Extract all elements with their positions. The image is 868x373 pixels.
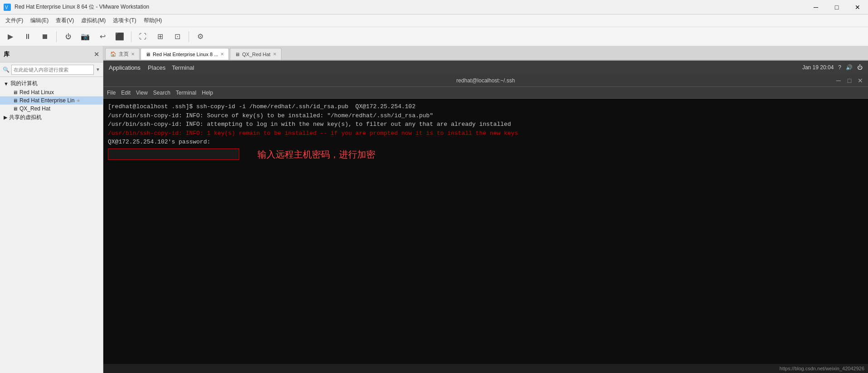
tree-item-my-computers[interactable]: ▼ 我的计算机 (0, 79, 103, 88)
terminal-titlebar: redhat@localhost:~/.ssh ─ □ ✕ (103, 74, 868, 87)
tree-item-shared-vms[interactable]: ▶ 共享的虚拟机 (0, 113, 103, 122)
vm-icon: 🖥 (13, 98, 18, 103)
close-button[interactable]: ✕ (847, 0, 868, 14)
tab-qx-icon: 🖥 (235, 52, 240, 57)
term-menu-help[interactable]: Help (202, 90, 213, 96)
term-menu-edit[interactable]: Edit (121, 90, 131, 96)
sidebar-search-bar: 🔍 ▼ (0, 62, 103, 77)
app-icon: V (3, 3, 12, 12)
vm-icon: 🖥 (13, 90, 18, 95)
tree-item-label: QX_Red Hat (19, 105, 50, 112)
gnome-terminal[interactable]: Terminal (172, 64, 194, 71)
volume-icon[interactable]: 🔊 (846, 64, 853, 71)
gnome-menu: Places Terminal (148, 64, 194, 71)
tab-home-icon: 🏠 (110, 51, 116, 57)
password-input-box[interactable] (108, 148, 239, 160)
pause-button[interactable]: ⏸ (20, 30, 35, 43)
terminal-line-2: /usr/bin/ssh-copy-id: INFO: attempting t… (108, 120, 863, 129)
sidebar-tree: ▼ 我的计算机 🖥 Red Hat Linux 🖥 Red Hat Enterp… (0, 77, 103, 373)
tab-home[interactable]: 🏠 主页 ✕ (105, 48, 140, 60)
term-menu-terminal[interactable]: Terminal (176, 90, 196, 96)
star-icon: ★ (76, 98, 81, 104)
search-arrow-icon[interactable]: ▼ (96, 67, 100, 72)
applications-button[interactable]: Applications (109, 64, 141, 71)
gnome-topbar-right: Jan 19 20:04 ? 🔊 ⏻ (802, 64, 863, 71)
tree-item-label: Red Hat Enterprise Lin (19, 97, 74, 104)
term-menu-file[interactable]: File (107, 90, 116, 96)
minimize-button[interactable]: ─ (805, 0, 826, 14)
sidebar-close-button[interactable]: ✕ (94, 51, 99, 58)
main-layout: 库 ✕ 🔍 ▼ ▼ 我的计算机 🖥 Red Hat Linux 🖥 Red Ha… (0, 46, 868, 373)
tab-redhat-enterprise[interactable]: 🖥 Red Hat Enterprise Linux 8 ... ✕ (141, 48, 229, 60)
unity-button[interactable]: ⊞ (152, 30, 168, 43)
gnome-places[interactable]: Places (148, 64, 165, 71)
tree-item-label: 共享的虚拟机 (9, 114, 42, 121)
terminal-window: redhat@localhost:~/.ssh ─ □ ✕ File Edit … (103, 74, 868, 364)
terminal-menubar: File Edit View Search Terminal Help (103, 87, 868, 99)
vm-icon: 🖥 (13, 106, 18, 111)
tree-expand-icon: ▶ (4, 115, 7, 120)
vm-footer: https://blog.csdn.net/weixin_42042926 (103, 364, 868, 373)
terminal-body[interactable]: [redhat@localhost .ssh]$ ssh-copy-id -i … (103, 99, 868, 364)
help-icon[interactable]: ? (838, 64, 841, 71)
menu-file[interactable]: 文件(F) (2, 15, 27, 26)
tree-item-label: 我的计算机 (10, 80, 38, 87)
annotation-text: 输入远程主机密码，进行加密 (257, 148, 375, 161)
fit-button[interactable]: ⊡ (170, 30, 185, 43)
sidebar-header: 库 ✕ (0, 46, 103, 62)
power-button[interactable]: ▶ (3, 30, 18, 43)
vm-settings[interactable]: ⚙ (193, 30, 208, 43)
toolbar: ▶ ⏸ ⏹ ⏻ 📷 ↩ ⬛ ⛶ ⊞ ⊡ ⚙ (0, 27, 868, 46)
tree-item-label: Red Hat Linux (19, 89, 54, 96)
tab-qx-label: QX_Red Hat (242, 52, 270, 57)
power-icon[interactable]: ⏻ (857, 64, 863, 71)
tree-item-redhat-linux[interactable]: 🖥 Red Hat Linux (0, 88, 103, 96)
toolbar-sep-2 (131, 31, 131, 42)
terminal-line-3: /usr/bin/ssh-copy-id: INFO: 1 key(s) rem… (108, 129, 863, 138)
tab-redhat-enterprise-label: Red Hat Enterprise Linux 8 ... (153, 52, 218, 57)
tab-redhat-close[interactable]: ✕ (220, 52, 224, 57)
search-input[interactable] (11, 65, 94, 75)
watermark-link[interactable]: https://blog.csdn.net/weixin_42042926 (780, 366, 864, 371)
tab-home-close[interactable]: ✕ (131, 52, 135, 57)
sidebar-title: 库 (4, 50, 10, 58)
tree-item-qx-redhat[interactable]: 🖥 QX_Red Hat (0, 105, 103, 113)
svg-text:V: V (5, 5, 8, 10)
menu-vm[interactable]: 虚拟机(M) (78, 15, 109, 26)
toolbar-sep-3 (189, 31, 189, 42)
vm-display[interactable]: Applications Places Terminal Jan 19 20:0… (103, 61, 868, 373)
terminal-title: redhat@localhost:~/.ssh (456, 77, 515, 84)
menu-view[interactable]: 查看(V) (52, 15, 78, 26)
password-input-row: 输入远程主机密码，进行加密 (108, 148, 863, 161)
menu-tabs[interactable]: 选项卡(T) (109, 15, 140, 26)
stop-button[interactable]: ⏹ (37, 30, 53, 43)
tree-item-redhat-enterprise[interactable]: 🖥 Red Hat Enterprise Lin ★ (0, 96, 103, 105)
menubar: 文件(F) 编辑(E) 查看(V) 虚拟机(M) 选项卡(T) 帮助(H) (0, 14, 868, 27)
tab-vm-icon: 🖥 (145, 52, 150, 57)
power-on-button[interactable]: ⏻ (60, 30, 76, 43)
terminal-line-1: /usr/bin/ssh-copy-id: INFO: Source of ke… (108, 111, 863, 120)
vm-content: 🏠 主页 ✕ 🖥 Red Hat Enterprise Linux 8 ... … (103, 46, 868, 373)
toolbar-sep-1 (56, 31, 57, 42)
tab-qx-close[interactable]: ✕ (273, 52, 276, 57)
maximize-button[interactable]: □ (826, 0, 847, 14)
terminal-controls: ─ □ ✕ (834, 76, 865, 85)
sidebar: 库 ✕ 🔍 ▼ ▼ 我的计算机 🖥 Red Hat Linux 🖥 Red Ha… (0, 46, 103, 373)
tab-qx-redhat[interactable]: 🖥 QX_Red Hat ✕ (230, 48, 281, 60)
term-menu-view[interactable]: View (136, 90, 148, 96)
fullscreen-button[interactable]: ⛶ (135, 30, 150, 43)
tree-expand-icon: ▼ (4, 81, 9, 86)
menu-edit[interactable]: 编辑(E) (27, 15, 52, 26)
terminal-maximize[interactable]: □ (844, 76, 854, 85)
term-menu-search[interactable]: Search (153, 90, 170, 96)
snapshot-button[interactable]: 📷 (78, 30, 93, 43)
terminal-line-0: [redhat@localhost .ssh]$ ssh-copy-id -i … (108, 102, 863, 111)
terminal-minimize[interactable]: ─ (834, 76, 844, 85)
terminal-close[interactable]: ✕ (855, 76, 865, 85)
window-controls: ─ □ ✕ (805, 0, 868, 14)
terminal-password-prompt: QX@172.25.254.102's password: (108, 138, 210, 147)
snapshot2-button[interactable]: ⬛ (112, 30, 127, 43)
menu-help[interactable]: 帮助(H) (140, 15, 166, 26)
window-title: Red Hat Enterprise Linux 8 64 位 - VMware… (15, 3, 805, 11)
revert-button[interactable]: ↩ (95, 30, 110, 43)
